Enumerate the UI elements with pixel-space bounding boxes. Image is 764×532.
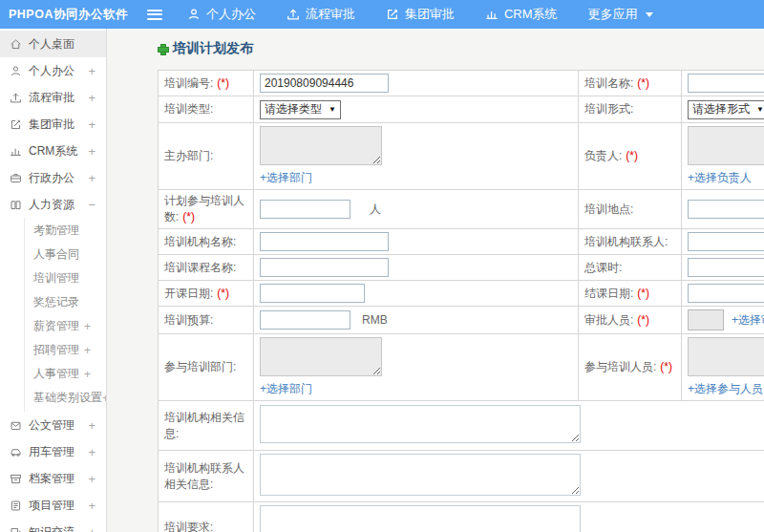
field-label: 审批人员: [584, 313, 633, 327]
sidebar-subitem-label: 人事合同 [33, 246, 79, 263]
sidebar-subitem-attendance[interactable]: 考勤管理 [25, 219, 106, 243]
topnav-label: 流程审批 [306, 6, 355, 23]
hamburger-icon[interactable] [147, 10, 162, 20]
sidebar-item-label: 用车管理 [29, 444, 74, 460]
sidebar-item-documents[interactable]: 公文管理 + [0, 412, 106, 438]
document-icon [10, 419, 22, 432]
total-hours-input[interactable] [688, 258, 764, 277]
table-row: 培训预算: RMB 审批人员:(*) +选择审批人员 [159, 307, 764, 334]
training-type-select[interactable]: 请选择类型▼ [260, 100, 341, 119]
select-leader-link[interactable]: +选择负责人 [688, 171, 752, 184]
expand-plus-icon[interactable]: + [88, 473, 96, 485]
sidebar-item-projects[interactable]: 项目管理 + [0, 492, 106, 519]
expand-plus-icon[interactable]: + [84, 369, 91, 380]
leader-box[interactable] [688, 126, 764, 165]
topnav-crm-system[interactable]: CRM系统 [485, 6, 558, 23]
expand-plus-icon[interactable]: + [88, 526, 96, 532]
archive-icon [10, 473, 22, 485]
field-label: 计划参与培训人数: [164, 194, 244, 223]
upload-icon [10, 92, 22, 104]
join-users-box[interactable] [688, 337, 764, 376]
training-no-input[interactable] [260, 74, 389, 93]
expand-plus-icon[interactable]: + [84, 321, 91, 332]
expand-plus-icon[interactable]: + [88, 172, 96, 184]
expand-plus-icon[interactable]: + [88, 145, 96, 158]
expand-plus-icon[interactable]: + [88, 500, 96, 512]
add-icon [158, 44, 168, 54]
topnav-group-approval[interactable]: 集团审批 [386, 6, 455, 23]
training-name-input[interactable] [688, 74, 764, 93]
org-name-input[interactable] [260, 232, 389, 251]
host-department-box[interactable] [260, 126, 382, 165]
chart-icon [485, 8, 499, 21]
expand-plus-icon[interactable]: + [88, 92, 96, 104]
expand-plus-icon[interactable]: + [88, 419, 96, 432]
collapse-minus-icon[interactable]: − [88, 199, 96, 211]
training-requirement-textarea[interactable] [260, 505, 581, 532]
sidebar-item-label: 流程审批 [29, 90, 74, 106]
field-label: 培训机构相关信息: [164, 411, 244, 440]
topnav-personal-office[interactable]: 个人办公 [187, 6, 256, 23]
required-mark: (*) [660, 360, 672, 373]
org-contact-info-textarea[interactable] [260, 454, 581, 496]
sidebar-item-knowledge[interactable]: 知识交流 + [0, 519, 106, 532]
topbar: PHPOA协同办公软件 个人办公 流程审批 集团审批 CRM系统 更多应用 [0, 0, 764, 29]
sidebar-subitem-label: 奖惩记录 [33, 294, 79, 310]
course-name-input[interactable] [260, 258, 389, 277]
select-department-link[interactable]: +选择部门 [260, 171, 312, 184]
table-row: 开课日期:(*) 结课日期:(*) [159, 281, 764, 307]
sidebar-item-vehicles[interactable]: 用车管理 + [0, 438, 106, 465]
end-date-input[interactable] [688, 284, 764, 303]
required-mark: (*) [182, 210, 195, 223]
participant-count-input[interactable] [260, 200, 350, 219]
sidebar-subitem-rewards[interactable]: 奖惩记录 [25, 290, 106, 314]
select-join-users-link[interactable]: +选择参与人员 [688, 382, 763, 395]
sidebar-item-personal-desktop[interactable]: 个人桌面 [0, 31, 106, 57]
org-info-textarea[interactable] [260, 405, 581, 443]
required-mark: (*) [637, 313, 649, 327]
sidebar-item-group-approval[interactable]: 集团审批 + [0, 111, 106, 138]
sidebar-item-personal-office[interactable]: 个人办公 + [0, 57, 106, 84]
edit-icon [386, 8, 399, 21]
approver-box[interactable] [688, 309, 724, 330]
start-date-input[interactable] [260, 284, 365, 303]
table-row: 参与培训部门: +选择部门 参与培训人员:(*) +选择参与人员 [159, 334, 764, 401]
sidebar-item-label: 个人桌面 [29, 36, 74, 53]
org-contact-input[interactable] [688, 232, 764, 251]
select-value: 请选择类型 [265, 101, 322, 117]
expand-plus-icon[interactable]: + [88, 446, 96, 458]
topnav-more-apps[interactable]: 更多应用 [588, 6, 653, 23]
sidebar-subitem-hr-contract[interactable]: 人事合同 [25, 243, 106, 266]
sidebar-subitem-personnel[interactable]: 人事管理 + [25, 362, 106, 386]
select-approver-link[interactable]: +选择审批人员 [732, 313, 764, 327]
brand-logo: PHPOA协同办公软件 [0, 7, 128, 23]
home-icon [10, 38, 22, 51]
training-mode-select[interactable]: 请选择形式▼ [688, 100, 764, 119]
expand-plus-icon[interactable]: + [88, 65, 96, 77]
sidebar-subitem-label: 人事管理 [33, 366, 79, 382]
join-department-box[interactable] [260, 337, 382, 376]
expand-plus-icon[interactable]: + [88, 118, 96, 131]
sidebar-item-admin-office[interactable]: 行政办公 + [0, 164, 106, 191]
upload-icon [286, 8, 300, 21]
topnav-workflow-approval[interactable]: 流程审批 [286, 6, 355, 23]
sidebar-subitem-recruitment[interactable]: 招聘管理 + [25, 338, 106, 362]
sidebar-subitem-salary[interactable]: 薪资管理 + [25, 314, 106, 338]
field-label: 负责人: [584, 149, 622, 162]
currency-label: RMB [362, 313, 388, 327]
book-icon [10, 199, 22, 211]
car-icon [10, 446, 22, 458]
sidebar-item-crm-system[interactable]: CRM系统 + [0, 138, 106, 164]
topnav-label: 更多应用 [588, 6, 638, 23]
select-join-department-link[interactable]: +选择部门 [260, 382, 312, 395]
sidebar-subitem-training[interactable]: 培训管理 [25, 266, 106, 290]
required-mark: (*) [217, 287, 229, 300]
budget-input[interactable] [260, 310, 350, 330]
training-place-input[interactable] [688, 200, 764, 219]
sidebar-item-workflow-approval[interactable]: 流程审批 + [0, 84, 106, 111]
expand-plus-icon[interactable]: + [84, 345, 91, 356]
sidebar-item-archives[interactable]: 档案管理 + [0, 465, 106, 492]
sidebar-subitem-base-category[interactable]: 基础类别设置 + [25, 386, 106, 410]
sidebar-item-label: CRM系统 [29, 143, 77, 160]
sidebar-item-human-resources[interactable]: 人力资源 − [0, 191, 106, 218]
